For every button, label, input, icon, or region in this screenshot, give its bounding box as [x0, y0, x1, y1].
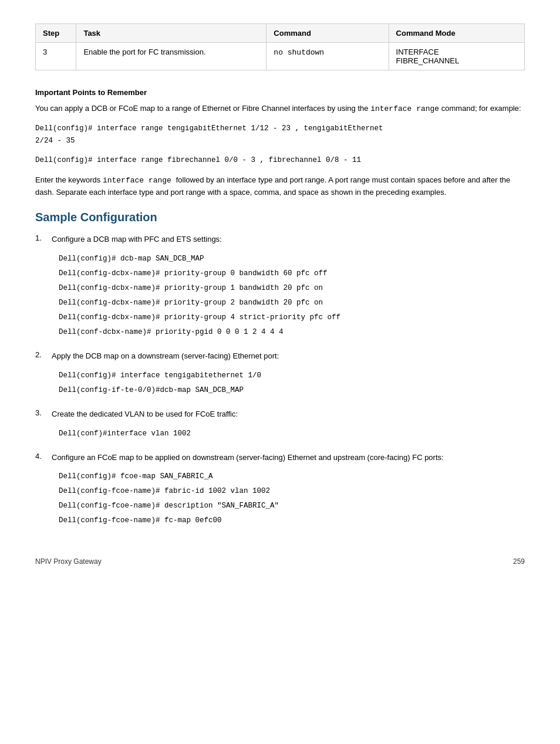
footer-left-text: NPIV Proxy Gateway	[35, 557, 102, 566]
table-cell-task: Enable the port for FC transmission.	[76, 43, 266, 70]
table-cell-mode: INTERFACE FIBRE_CHANNEL	[389, 43, 524, 70]
table-cell-step: 3	[36, 43, 76, 70]
list-item-2: 2. Apply the DCB map on a downstream (se…	[35, 350, 525, 398]
mode-line1: INTERFACE	[396, 48, 439, 56]
mode-line2: FIBRE_CHANNEL	[396, 56, 460, 65]
list-number-1: 1.	[35, 234, 52, 242]
code-2-1: Dell(config-if-te-0/0)#dcb-map SAN_DCB_M…	[59, 383, 525, 398]
list-text-2: Apply the DCB map on a downstream (serve…	[52, 350, 279, 363]
code-block-item2: Dell(config)# interface tengigabitethern…	[59, 368, 525, 398]
code-line-2: Dell(config)# interface range fibrechann…	[35, 154, 525, 167]
followup-text: Enter the keywords	[35, 175, 100, 184]
code-line-1b: 2/24 - 35	[35, 135, 525, 147]
list-item-3: 3. Create the dedicated VLAN to be used …	[35, 408, 525, 441]
code-4-3: Dell(config-fcoe-name)# fc-map 0efc00	[59, 513, 525, 528]
list-number-4: 4.	[35, 452, 52, 461]
footer-right-text: 259	[513, 557, 525, 566]
followup-code: interface range	[103, 176, 176, 185]
code-block-2: Dell(config)# interface range fibrechann…	[35, 154, 525, 167]
code-2-0: Dell(config)# interface tengigabitethern…	[59, 368, 525, 383]
list-text-3: Create the dedicated VLAN to be used for…	[52, 408, 238, 421]
code-4-0: Dell(config)# fcoe-map SAN_FABRIC_A	[59, 469, 525, 484]
code-block-item4: Dell(config)# fcoe-map SAN_FABRIC_A Dell…	[59, 469, 525, 528]
code-block-item1: Dell(config)# dcb-map SAN_DCB_MAP Dell(c…	[59, 252, 525, 340]
important-title: Important Points to Remember	[35, 88, 525, 97]
important-section: Important Points to Remember You can app…	[35, 88, 525, 199]
intro-suffix: command; for example:	[441, 104, 521, 113]
command-code: no shutdown	[274, 48, 324, 57]
followup-paragraph: Enter the keywords interface range follo…	[35, 174, 525, 199]
sample-config-section: Sample Configuration 1. Configure a DCB …	[35, 211, 525, 528]
page-footer: NPIV Proxy Gateway 259	[35, 552, 525, 566]
list-item-row-2: 2. Apply the DCB map on a downstream (se…	[35, 350, 525, 363]
code-1-3: Dell(config-dcbx-name)# priority-group 2…	[59, 296, 525, 310]
list-text-1: Configure a DCB map with PFC and ETS set…	[52, 234, 222, 246]
code-1-4: Dell(config-dcbx-name)# priority-group 4…	[59, 310, 525, 325]
steps-table: Step Task Command Command Mode 3 Enable …	[35, 23, 525, 70]
code-1-5: Dell(conf-dcbx-name)# priority-pgid 0 0 …	[59, 325, 525, 340]
table-header-task: Task	[76, 24, 266, 43]
list-item-row-3: 3. Create the dedicated VLAN to be used …	[35, 408, 525, 421]
table-header-step: Step	[36, 24, 76, 43]
code-block-1: Dell(config)# interface range tengigabit…	[35, 123, 525, 148]
table-cell-command: no shutdown	[266, 43, 389, 70]
code-block-item3: Dell(conf)#interface vlan 1002	[59, 427, 525, 441]
intro-code: interface range	[370, 104, 439, 113]
table-row: 3 Enable the port for FC transmission. n…	[36, 43, 525, 70]
intro-text: You can apply a DCB or FCoE map to a ran…	[35, 104, 369, 113]
list-item-1: 1. Configure a DCB map with PFC and ETS …	[35, 234, 525, 340]
section-heading: Sample Configuration	[35, 211, 525, 224]
list-item-4: 4. Configure an FCoE map to be applied o…	[35, 452, 525, 529]
list-number-2: 2.	[35, 350, 52, 359]
page-content: Step Task Command Command Mode 3 Enable …	[35, 23, 525, 566]
list-number-3: 3.	[35, 408, 52, 417]
numbered-list: 1. Configure a DCB map with PFC and ETS …	[35, 234, 525, 528]
code-1-1: Dell(config-dcbx-name)# priority-group 0…	[59, 266, 525, 281]
table-header-command: Command	[266, 24, 389, 43]
code-line-1a: Dell(config)# interface range tengigabit…	[35, 123, 525, 135]
intro-paragraph: You can apply a DCB or FCoE map to a ran…	[35, 103, 525, 116]
list-item-row-1: 1. Configure a DCB map with PFC and ETS …	[35, 234, 525, 246]
list-item-row-4: 4. Configure an FCoE map to be applied o…	[35, 452, 525, 464]
code-4-2: Dell(config-fcoe-name)# description "SAN…	[59, 499, 525, 513]
table-header-mode: Command Mode	[389, 24, 524, 43]
code-4-1: Dell(config-fcoe-name)# fabric-id 1002 v…	[59, 484, 525, 499]
code-1-2: Dell(config-dcbx-name)# priority-group 1…	[59, 281, 525, 296]
list-text-4: Configure an FCoE map to be applied on d…	[52, 452, 444, 464]
code-3-0: Dell(conf)#interface vlan 1002	[59, 427, 525, 441]
code-1-0: Dell(config)# dcb-map SAN_DCB_MAP	[59, 252, 525, 266]
